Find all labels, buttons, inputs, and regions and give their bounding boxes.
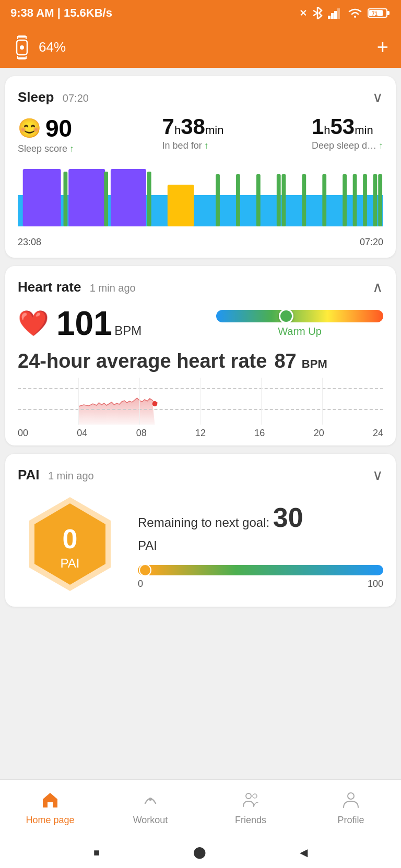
svg-rect-28 — [282, 174, 286, 226]
nav-profile-label: Profile — [337, 815, 364, 826]
svg-rect-14 — [18, 57, 26, 59]
heart-icon: ❤️ — [18, 309, 49, 338]
pai-body: 0 PAI Remaining to next goal: 30 PAI 0 1… — [18, 492, 383, 596]
sleep-inbed-stat: 7h38min In bed for ↑ — [162, 114, 224, 154]
svg-rect-27 — [277, 174, 281, 226]
hr-reading: 101 BPM — [56, 304, 141, 343]
svg-rect-23 — [168, 185, 194, 226]
sleep-deep-value: 1h53min — [312, 114, 373, 139]
device-info: 64% — [13, 34, 66, 60]
battery-icon: 71 — [368, 7, 391, 19]
home-icon — [41, 791, 60, 813]
hr-time-08: 08 — [136, 428, 147, 439]
add-button[interactable]: + — [377, 37, 388, 57]
svg-rect-13 — [18, 35, 26, 38]
hr-avg-display: 24-hour average heart rate 87 BPM — [18, 350, 383, 372]
pai-remaining-display: Remaining to next goal: 30 PAI — [138, 499, 383, 554]
hr-time-12: 12 — [195, 428, 206, 439]
hr-title-group: Heart rate 1 min ago — [18, 279, 136, 295]
sleep-score-label: Sleep score ↑ — [18, 143, 74, 154]
hr-time-24: 24 — [373, 428, 383, 439]
hr-zone-bar — [216, 310, 383, 322]
hr-time: 1 min ago — [90, 282, 136, 294]
hr-avg-value: 87 — [274, 350, 296, 372]
svg-rect-18 — [68, 169, 105, 226]
sleep-start-time: 23:08 — [18, 237, 41, 248]
hr-avg-unit: BPM — [302, 357, 327, 370]
bottom-nav: Home page Workout Friends — [0, 779, 401, 837]
hr-time-16: 16 — [254, 428, 265, 439]
nav-friends[interactable]: Friends — [200, 791, 301, 826]
svg-point-36 — [152, 401, 158, 406]
sleep-deep-stat: 1h53min Deep sleep d… ↑ — [312, 114, 383, 154]
profile-icon — [341, 791, 360, 813]
hr-number: 101 — [56, 305, 112, 342]
sleep-score-arrow: ↑ — [69, 143, 74, 154]
svg-rect-2 — [334, 11, 337, 19]
svg-point-41 — [149, 798, 152, 801]
svg-rect-3 — [337, 8, 340, 19]
pai-progress-bar — [138, 565, 383, 575]
nav-homepage[interactable]: Home page — [0, 791, 100, 826]
vline-2 — [139, 378, 140, 425]
svg-rect-29 — [302, 174, 306, 226]
hr-time-04: 04 — [77, 428, 87, 439]
pai-bar-labels: 0 100 — [138, 578, 383, 589]
nav-friends-label: Friends — [235, 815, 266, 826]
header-bar: 64% + — [0, 26, 401, 68]
hr-time-00: 00 — [18, 428, 28, 439]
sleep-card: Sleep 07:20 ∨ 😊 90 Sleep score ↑ 7h38min… — [5, 76, 396, 258]
sleep-deep-label: Deep sleep d… ↑ — [312, 140, 383, 151]
svg-point-15 — [20, 45, 24, 50]
watch-icon — [13, 34, 31, 60]
pai-chevron[interactable]: ∨ — [372, 466, 383, 484]
status-time-speed: 9:38 AM | 15.6KB/s — [10, 6, 112, 20]
svg-rect-31 — [343, 174, 347, 226]
hr-card-header: Heart rate 1 min ago ∧ — [18, 279, 383, 296]
hr-value-group: ❤️ 101 BPM — [18, 304, 141, 343]
pai-bar-max: 100 — [368, 578, 383, 589]
wifi-icon — [348, 7, 362, 19]
hr-time-20: 20 — [314, 428, 324, 439]
pai-right-info: Remaining to next goal: 30 PAI 0 100 — [138, 499, 383, 589]
pai-time: 1 min ago — [48, 470, 94, 481]
sleep-emoji: 😊 — [18, 117, 41, 139]
sleep-end-time: 07:20 — [360, 237, 383, 248]
heart-rate-card: Heart rate 1 min ago ∧ ❤️ 101 BPM Warm U… — [5, 266, 396, 445]
svg-text:PAI: PAI — [61, 556, 80, 570]
svg-point-42 — [246, 793, 251, 799]
hr-chart-inner — [18, 378, 383, 425]
hr-zone-indicator — [279, 310, 293, 322]
android-recents[interactable]: ■ — [93, 847, 100, 859]
svg-rect-20 — [64, 172, 68, 226]
svg-text:71: 71 — [372, 11, 378, 17]
nav-profile[interactable]: Profile — [301, 791, 401, 826]
svg-rect-22 — [147, 172, 151, 226]
hr-title: Heart rate — [18, 279, 81, 295]
pai-hexagon-container: 0 PAI — [18, 492, 122, 596]
svg-rect-35 — [378, 174, 382, 226]
svg-rect-33 — [363, 174, 367, 226]
hr-main-display: ❤️ 101 BPM Warm Up — [18, 304, 383, 343]
hr-chart: 00 04 08 12 16 20 24 — [18, 378, 383, 435]
nav-workout[interactable]: Workout — [100, 791, 200, 826]
svg-rect-17 — [23, 169, 61, 226]
vline-1 — [78, 378, 79, 425]
sleep-inbed-label: In bed for ↑ — [162, 140, 209, 151]
pai-title-group: PAI 1 min ago — [18, 467, 94, 483]
hr-chevron[interactable]: ∧ — [372, 279, 383, 296]
pai-card: PAI 1 min ago ∨ 0 PAI Remaining to next … — [5, 454, 396, 607]
svg-rect-19 — [111, 169, 146, 226]
android-home[interactable]: ⬤ — [193, 846, 206, 859]
sleep-chevron[interactable]: ∨ — [372, 89, 383, 106]
svg-rect-5 — [387, 11, 390, 15]
android-back[interactable]: ◀ — [300, 846, 308, 859]
svg-rect-24 — [216, 174, 220, 226]
hr-chart-time-labels: 00 04 08 12 16 20 24 — [18, 428, 383, 439]
status-bar: 9:38 AM | 15.6KB/s ⨯︎ 71 — [0, 0, 401, 26]
sleep-score-stat: 😊 90 Sleep score ↑ — [18, 114, 74, 154]
device-battery: 64% — [39, 39, 66, 55]
pai-remaining-value: 30 — [273, 502, 303, 533]
svg-rect-0 — [328, 16, 331, 19]
bluetooth-icon: ⨯︎ — [299, 7, 307, 19]
